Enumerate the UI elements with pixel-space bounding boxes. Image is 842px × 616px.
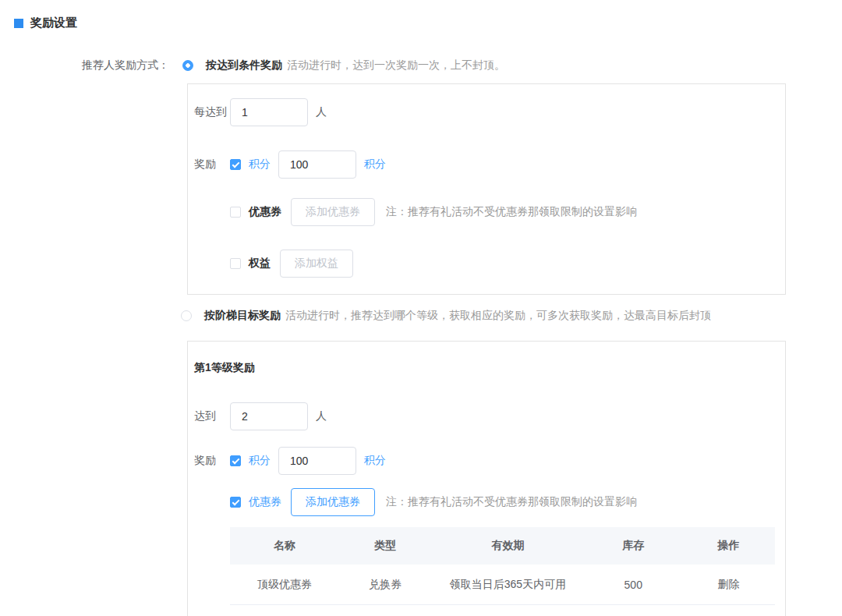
level1-reach-input[interactable] bbox=[230, 402, 308, 430]
delete-coupon-link[interactable]: 删除 bbox=[682, 578, 775, 592]
cell-coupon-stock: 500 bbox=[584, 579, 682, 591]
col-action: 操作 bbox=[682, 539, 775, 553]
level1-coupon-checkbox-label[interactable]: 优惠券 bbox=[249, 495, 281, 509]
referrer-reward-mode-label: 推荐人奖励方式： bbox=[82, 58, 169, 73]
rights-row: 权益 添加权益 bbox=[230, 250, 785, 278]
cell-coupon-name: 顶级优惠券 bbox=[230, 578, 339, 592]
level1-coupon-checkbox[interactable] bbox=[230, 497, 241, 508]
rights-checkbox[interactable] bbox=[230, 258, 241, 269]
level1-points-checkbox[interactable] bbox=[230, 455, 241, 466]
table-row: 顶级优惠券 兑换券 领取当日后365天内可用 500 删除 bbox=[230, 565, 775, 605]
col-type: 类型 bbox=[339, 539, 432, 553]
reach-label: 每达到 bbox=[194, 105, 230, 119]
radio-condition-reward[interactable] bbox=[182, 60, 193, 71]
radio-ladder-reward[interactable] bbox=[181, 310, 192, 321]
option-condition-desc: 活动进行时，达到一次奖励一次，上不封顶。 bbox=[287, 58, 505, 73]
level1-reward-label: 奖励 bbox=[194, 454, 230, 468]
page-title: 奖励设置 bbox=[30, 16, 77, 30]
option-condition-title[interactable]: 按达到条件奖励 bbox=[206, 58, 282, 73]
cell-coupon-type: 兑换券 bbox=[339, 578, 432, 592]
points-checkbox-label[interactable]: 积分 bbox=[249, 158, 271, 172]
add-rights-button[interactable]: 添加权益 bbox=[280, 250, 353, 278]
reach-unit: 人 bbox=[316, 105, 327, 119]
col-stock: 库存 bbox=[584, 539, 682, 553]
level1-points-checkbox-label[interactable]: 积分 bbox=[249, 454, 271, 468]
level1-coupon-row: 优惠券 添加优惠券 注：推荐有礼活动不受优惠券那领取限制的设置影响 bbox=[230, 488, 785, 516]
coupon-checkbox-label[interactable]: 优惠券 bbox=[249, 205, 281, 219]
coupon-table-header: 名称 类型 有效期 库存 操作 bbox=[230, 527, 775, 565]
option-ladder-title[interactable]: 按阶梯目标奖励 bbox=[204, 309, 281, 323]
coupon-table: 名称 类型 有效期 库存 操作 顶级优惠券 兑换券 领取当日后365天内可用 5… bbox=[230, 527, 775, 605]
reach-count-input[interactable] bbox=[230, 98, 308, 126]
reward-points-row: 奖励 积分 积分 bbox=[194, 150, 785, 179]
level1-coupon-note: 注：推荐有礼活动不受优惠券那领取限制的设置影响 bbox=[386, 495, 637, 509]
points-unit: 积分 bbox=[364, 158, 386, 172]
referrer-reward-mode-row: 推荐人奖励方式： 按达到条件奖励 活动进行时，达到一次奖励一次，上不封顶。 bbox=[82, 58, 505, 73]
col-validity: 有效期 bbox=[432, 539, 585, 553]
ladder-level1-panel: 第1等级奖励 达到 人 奖励 积分 积分 优惠券 添加优惠券 注：推荐有礼活动不… bbox=[187, 341, 786, 616]
rights-checkbox-label[interactable]: 权益 bbox=[249, 257, 271, 271]
add-coupon-button[interactable]: 添加优惠券 bbox=[291, 198, 375, 226]
level1-reach-row: 达到 人 bbox=[194, 402, 785, 430]
level1-reach-label: 达到 bbox=[194, 409, 230, 423]
section-marker-icon bbox=[14, 19, 23, 28]
level1-points-unit: 积分 bbox=[364, 454, 386, 468]
coupon-row: 优惠券 添加优惠券 注：推荐有礼活动不受优惠券那领取限制的设置影响 bbox=[230, 198, 785, 226]
level1-reward-points-row: 奖励 积分 积分 bbox=[194, 447, 785, 475]
level1-title: 第1等级奖励 bbox=[194, 359, 785, 375]
level1-add-coupon-button[interactable]: 添加优惠券 bbox=[291, 488, 375, 516]
section-header: 奖励设置 bbox=[14, 16, 77, 30]
ladder-reward-mode-row: 按阶梯目标奖励 活动进行时，推荐达到哪个等级，获取相应的奖励，可多次获取奖励，达… bbox=[181, 308, 711, 324]
condition-reward-panel: 每达到 人 奖励 积分 积分 优惠券 添加优惠券 注：推荐有礼活动不受优惠券那领… bbox=[187, 83, 786, 295]
coupon-checkbox[interactable] bbox=[230, 207, 241, 218]
option-ladder-desc: 活动进行时，推荐达到哪个等级，获取相应的奖励，可多次获取奖励，达最高目标后封顶 bbox=[285, 309, 711, 323]
level1-points-input[interactable] bbox=[278, 447, 356, 475]
level1-reach-unit: 人 bbox=[316, 409, 327, 423]
coupon-note: 注：推荐有礼活动不受优惠券那领取限制的设置影响 bbox=[386, 205, 637, 219]
cell-coupon-validity: 领取当日后365天内可用 bbox=[432, 578, 585, 592]
reward-label: 奖励 bbox=[194, 158, 230, 172]
points-checkbox[interactable] bbox=[230, 159, 241, 170]
reach-row: 每达到 人 bbox=[194, 98, 785, 126]
points-value-input[interactable] bbox=[278, 150, 356, 179]
col-name: 名称 bbox=[230, 539, 339, 553]
